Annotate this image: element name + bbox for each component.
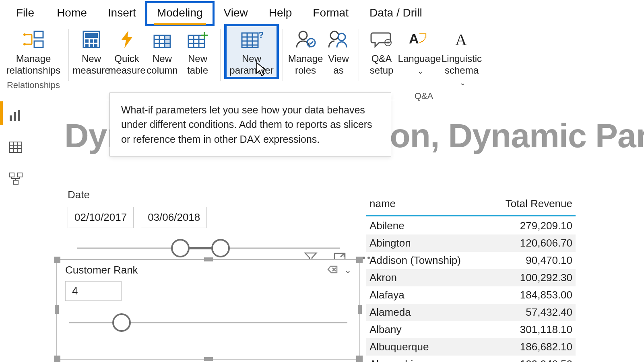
cell-name: Abilene — [366, 216, 490, 234]
svg-rect-14 — [188, 35, 204, 47]
table-row[interactable]: Alexandria109,042.50 — [366, 356, 576, 362]
resize-handle[interactable] — [356, 356, 363, 362]
divider — [283, 29, 283, 81]
svg-rect-28 — [10, 142, 22, 152]
new-column-label: Newcolumn — [147, 53, 178, 76]
new-column-button[interactable]: Newcolumn — [144, 25, 180, 78]
svg-point-3 — [23, 43, 26, 45]
svg-point-2 — [23, 33, 26, 36]
resize-handle[interactable] — [358, 305, 362, 314]
cell-value: 186,682.10 — [490, 338, 576, 356]
col-total[interactable]: Total Revenue — [490, 193, 576, 216]
tab-insert[interactable]: Insert — [97, 2, 147, 25]
svg-text:A: A — [455, 31, 467, 48]
revenue-table[interactable]: name Total Revenue Abilene279,209.10Abin… — [366, 193, 576, 362]
group-calculations-label — [143, 78, 146, 93]
customer-rank-title: Customer Rank — [65, 264, 138, 276]
tab-format[interactable]: Format — [302, 2, 359, 25]
svg-point-20 — [338, 33, 345, 41]
resize-handle[interactable] — [356, 257, 363, 263]
qna-setup-icon — [370, 28, 393, 51]
svg-rect-29 — [9, 173, 14, 177]
table-row[interactable]: Albuquerque186,682.10 — [366, 338, 576, 356]
table-row[interactable]: Alameda57,432.40 — [366, 304, 576, 321]
slider-thumb-end[interactable] — [211, 239, 230, 257]
language-icon: Aᄀ — [408, 28, 431, 51]
clear-selection-icon[interactable] — [326, 265, 339, 276]
group-whatif-label — [250, 78, 253, 93]
slider-thumb-start[interactable] — [171, 239, 190, 257]
resize-handle[interactable] — [204, 357, 213, 361]
data-view-button[interactable] — [7, 138, 25, 156]
manage-relationships-label: Managerelationships — [6, 53, 61, 76]
svg-rect-30 — [17, 173, 22, 177]
cell-value: 109,042.50 — [490, 356, 576, 362]
quick-measure-label: Quickmeasure — [108, 53, 145, 76]
report-view-button[interactable] — [7, 107, 25, 125]
view-as-label: Viewas — [328, 53, 349, 76]
view-as-icon — [327, 28, 350, 51]
slider-thumb[interactable] — [112, 313, 131, 332]
tab-view[interactable]: View — [213, 2, 258, 25]
new-measure-label: Newmeasure — [72, 53, 110, 76]
resize-handle[interactable] — [55, 305, 59, 314]
view-rail — [0, 100, 31, 187]
date-to-input[interactable]: 03/06/2018 — [141, 207, 207, 228]
svg-rect-25 — [10, 115, 12, 121]
manage-relationships-button[interactable]: Managerelationships — [3, 25, 64, 78]
table-row[interactable]: Abilene279,209.10 — [366, 216, 576, 234]
col-name[interactable]: name — [366, 193, 490, 216]
date-from-input[interactable]: 02/10/2017 — [68, 207, 134, 228]
cell-name: Albany — [366, 321, 490, 338]
model-view-button[interactable] — [7, 170, 25, 187]
date-slicer[interactable]: Date 02/10/2017 03/06/2018 — [68, 189, 349, 258]
slider-track — [69, 322, 347, 323]
quick-measure-button[interactable]: Quickmeasure — [109, 25, 144, 78]
customer-rank-value[interactable]: 4 — [65, 281, 122, 301]
tab-help[interactable]: Help — [258, 2, 303, 25]
ribbon-tabs: File Home Insert Modeling View Help Form… — [0, 0, 644, 25]
resize-handle[interactable] — [54, 257, 60, 263]
svg-rect-13 — [165, 35, 170, 47]
tab-data-drill[interactable]: Data / Drill — [359, 2, 433, 25]
new-table-button[interactable]: Newtable — [180, 25, 215, 78]
new-parameter-icon: ? — [240, 28, 263, 51]
group-security-label — [320, 78, 322, 93]
tab-home[interactable]: Home — [46, 2, 97, 25]
manage-roles-button[interactable]: Manageroles — [288, 25, 323, 78]
linguistic-schema-label: Linguisticschema ⌄ — [440, 53, 483, 88]
customer-rank-slider[interactable] — [69, 313, 347, 332]
cell-name: Addison (Township) — [366, 252, 490, 269]
qna-setup-button[interactable]: Q&Asetup — [364, 25, 399, 78]
language-button[interactable]: Aᄀ Language⌄ — [399, 25, 440, 78]
table-row[interactable]: Addison (Township)90,470.10 — [366, 252, 576, 269]
divider — [359, 29, 359, 81]
mouse-cursor — [256, 62, 267, 76]
svg-text:?: ? — [258, 30, 263, 40]
svg-rect-1 — [34, 41, 43, 47]
cell-value: 100,292.30 — [490, 269, 576, 286]
view-as-button[interactable]: Viewas — [323, 25, 354, 78]
svg-rect-27 — [18, 110, 20, 121]
tab-file[interactable]: File — [4, 2, 46, 25]
resize-handle[interactable] — [204, 257, 213, 261]
tab-modeling[interactable]: Modeling — [147, 2, 213, 25]
table-row[interactable]: Albany301,118.10 — [366, 321, 576, 338]
table-row[interactable]: Alafaya184,853.00 — [366, 286, 576, 304]
linguistic-schema-button[interactable]: A Linguisticschema ⌄ — [440, 25, 484, 89]
new-table-label: Newtable — [187, 53, 208, 76]
chevron-down-icon[interactable]: ⌄ — [344, 265, 351, 276]
new-measure-button[interactable]: Newmeasure — [74, 25, 109, 78]
table-row[interactable]: Akron100,292.30 — [366, 269, 576, 286]
cell-value: 120,606.70 — [490, 234, 576, 252]
resize-handle[interactable] — [54, 356, 60, 362]
new-parameter-button[interactable]: ? Newparameter — [225, 25, 278, 78]
table-row[interactable]: Abington120,606.70 — [366, 234, 576, 252]
svg-rect-5 — [85, 33, 98, 38]
measure-icon — [80, 28, 103, 51]
manage-roles-icon — [294, 28, 317, 51]
divider — [68, 29, 69, 81]
cell-name: Alameda — [366, 304, 490, 321]
customer-rank-slicer[interactable]: Customer Rank ⌄ 4 — [56, 259, 360, 360]
svg-rect-9 — [85, 44, 89, 47]
